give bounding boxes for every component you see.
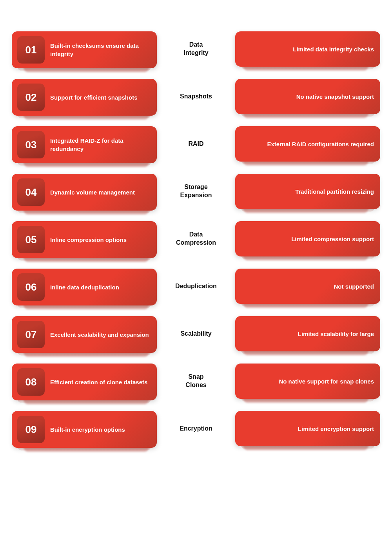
comparison-row-1: 01Built-in checksums ensure data integri… — [12, 31, 380, 71]
center-label-3: RAID — [171, 126, 221, 162]
ext4-col-1: Limited data integrity checks — [235, 31, 380, 69]
zfs-number-2: 02 — [17, 84, 45, 111]
ext4-text-3: External RAID configurations required — [267, 140, 374, 148]
zfs-col-2: 02Support for efficient snapshots — [12, 79, 157, 118]
comparison-row-5: 05Inline compression optionsDataCompress… — [12, 221, 380, 261]
center-label-6: Deduplication — [171, 269, 221, 304]
comparison-row-7: 07Excellent scalability and expansionSca… — [12, 316, 380, 356]
ext4-col-2: No native snapshot support — [235, 79, 380, 117]
ext4-text-6: Not supported — [334, 282, 374, 291]
comparison-row-4: 04Dynamic volume managementStorageExpans… — [12, 174, 380, 213]
center-text-1: DataIntegrity — [171, 41, 221, 57]
center-label-1: DataIntegrity — [171, 31, 221, 67]
zfs-text-1: Built-in checksums ensure data integrity — [50, 42, 151, 58]
ext4-text-1: Limited data integrity checks — [293, 45, 374, 53]
zfs-card-4: 04Dynamic volume management — [12, 174, 157, 211]
zfs-col-8: 08Efficient creation of clone datasets — [12, 364, 157, 403]
zfs-col-9: 09Built-in encryption options — [12, 411, 157, 451]
center-text-2: Snapshots — [171, 93, 221, 101]
zfs-card-9: 09Built-in encryption options — [12, 411, 157, 448]
ext4-card-4: Traditional partition resizing — [235, 174, 380, 209]
zfs-card-7: 07Excellent scalability and expansion — [12, 316, 157, 353]
ext4-col-7: Limited scalability for large — [235, 316, 380, 354]
center-label-7: Scalability — [171, 316, 221, 351]
ext4-text-4: Traditional partition resizing — [295, 187, 374, 196]
comparison-row-8: 08Efficient creation of clone datasetsSn… — [12, 364, 380, 403]
zfs-card-1: 01Built-in checksums ensure data integri… — [12, 31, 157, 68]
zfs-text-3: Integrated RAID-Z for data redundancy — [50, 136, 151, 153]
ext4-card-7: Limited scalability for large — [235, 316, 380, 351]
ext4-col-3: External RAID configurations required — [235, 126, 380, 164]
center-label-9: Encryption — [171, 411, 221, 446]
zfs-text-7: Excellent scalability and expansion — [50, 331, 149, 339]
zfs-number-6: 06 — [17, 273, 45, 301]
zfs-number-5: 05 — [17, 226, 45, 253]
zfs-col-1: 01Built-in checksums ensure data integri… — [12, 31, 157, 71]
ext4-card-2: No native snapshot support — [235, 79, 380, 114]
ext4-col-9: Limited encryption support — [235, 411, 380, 449]
zfs-col-3: 03Integrated RAID-Z for data redundancy — [12, 126, 157, 166]
page-header — [20, 0, 372, 27]
ext4-card-5: Limited compression support — [235, 221, 380, 256]
comparison-row-2: 02Support for efficient snapshotsSnapsho… — [12, 79, 380, 118]
comparison-row-6: 06Inline data deduplicationDeduplication… — [12, 269, 380, 308]
center-text-9: Encryption — [171, 425, 221, 433]
center-label-5: DataCompression — [171, 221, 221, 256]
ext4-card-6: Not supported — [235, 269, 380, 304]
zfs-number-7: 07 — [17, 321, 45, 348]
zfs-number-3: 03 — [17, 131, 45, 158]
zfs-text-2: Support for efficient snapshots — [50, 93, 138, 102]
center-label-4: StorageExpansion — [171, 174, 221, 209]
zfs-number-8: 08 — [17, 368, 45, 396]
zfs-col-4: 04Dynamic volume management — [12, 174, 157, 213]
center-text-4: StorageExpansion — [171, 183, 221, 200]
zfs-number-4: 04 — [17, 178, 45, 206]
center-label-2: Snapshots — [171, 79, 221, 114]
zfs-card-6: 06Inline data deduplication — [12, 269, 157, 305]
comparison-row-9: 09Built-in encryption optionsEncryptionL… — [12, 411, 380, 451]
zfs-col-6: 06Inline data deduplication — [12, 269, 157, 308]
ext4-text-8: No native support for snap clones — [279, 377, 374, 385]
center-text-8: SnapClones — [171, 373, 221, 389]
ext4-col-6: Not supported — [235, 269, 380, 307]
center-text-7: Scalability — [171, 330, 221, 338]
zfs-text-8: Efficient creation of clone datasets — [50, 378, 147, 386]
center-text-5: DataCompression — [171, 231, 221, 247]
zfs-text-9: Built-in encryption options — [50, 425, 125, 434]
zfs-card-3: 03Integrated RAID-Z for data redundancy — [12, 126, 157, 163]
ext4-col-8: No native support for snap clones — [235, 364, 380, 402]
ext4-text-9: Limited encryption support — [298, 425, 374, 433]
zfs-text-6: Inline data deduplication — [50, 283, 119, 291]
zfs-card-8: 08Efficient creation of clone datasets — [12, 364, 157, 400]
zfs-number-1: 01 — [17, 36, 45, 64]
ext4-col-5: Limited compression support — [235, 221, 380, 259]
zfs-card-2: 02Support for efficient snapshots — [12, 79, 157, 116]
zfs-col-5: 05Inline compression options — [12, 221, 157, 261]
ext4-text-5: Limited compression support — [291, 235, 374, 243]
center-label-8: SnapClones — [171, 364, 221, 399]
ext4-text-2: No native snapshot support — [296, 93, 374, 101]
ext4-card-8: No native support for snap clones — [235, 364, 380, 399]
ext4-card-1: Limited data integrity checks — [235, 31, 380, 67]
zfs-text-5: Inline compression options — [50, 236, 127, 244]
ext4-card-3: External RAID configurations required — [235, 126, 380, 162]
center-text-6: Deduplication — [171, 282, 221, 291]
ext4-text-7: Limited scalability for large — [298, 330, 374, 338]
zfs-number-9: 09 — [17, 416, 45, 443]
ext4-col-4: Traditional partition resizing — [235, 174, 380, 212]
comparison-table: 01Built-in checksums ensure data integri… — [12, 31, 380, 458]
comparison-row-3: 03Integrated RAID-Z for data redundancyR… — [12, 126, 380, 166]
zfs-text-4: Dynamic volume management — [50, 188, 135, 196]
center-text-3: RAID — [171, 140, 221, 148]
zfs-col-7: 07Excellent scalability and expansion — [12, 316, 157, 356]
ext4-card-9: Limited encryption support — [235, 411, 380, 446]
zfs-card-5: 05Inline compression options — [12, 221, 157, 258]
